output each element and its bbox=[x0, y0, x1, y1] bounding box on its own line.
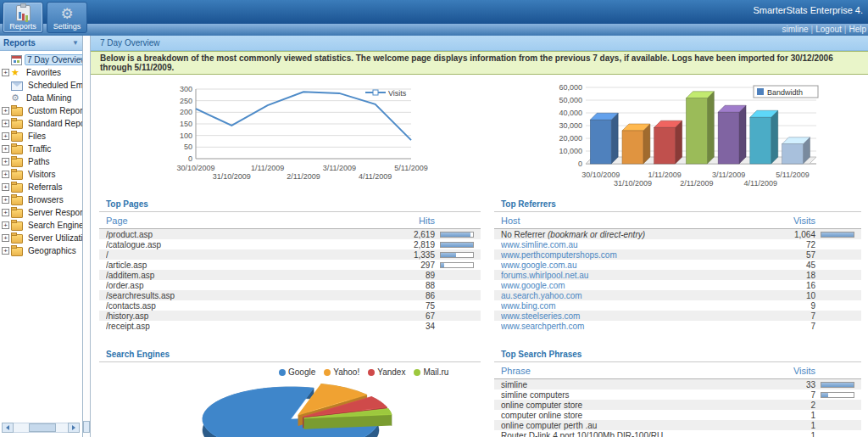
table-row: www.google.com16 bbox=[494, 280, 861, 290]
row-value: 57 bbox=[765, 250, 815, 260]
logout-link[interactable]: Logout bbox=[815, 25, 842, 34]
tab-settings[interactable]: ⚙ Settings bbox=[47, 2, 87, 33]
row-value: 45 bbox=[765, 261, 815, 270]
scroll-right-arrow[interactable] bbox=[68, 423, 80, 433]
sidebar-item-visitors[interactable]: +Visitors bbox=[2, 168, 82, 181]
sidebar-item-traffic[interactable]: +Traffic bbox=[2, 143, 82, 155]
sidebar-item-standard-reports[interactable]: +Standard Reports bbox=[2, 117, 82, 130]
section-title-top-pages: Top Pages bbox=[99, 198, 481, 212]
sidebar-item-7-day-overview[interactable]: 7 Day Overview bbox=[2, 53, 82, 66]
row-link[interactable]: www.steelseries.com bbox=[501, 311, 765, 321]
sidebar-item-search-engines[interactable]: +Search Engines bbox=[2, 219, 82, 232]
row-value: 1 bbox=[765, 411, 815, 420]
row-link[interactable]: forums.whirlpool.net.au bbox=[501, 271, 765, 280]
sidebar-item-custom-reports[interactable]: +Custom Reports bbox=[2, 104, 82, 117]
scrollbar-track[interactable] bbox=[14, 423, 68, 433]
row-link[interactable]: www.perthcomputershops.com bbox=[501, 250, 765, 260]
row-value: 297 bbox=[384, 261, 435, 270]
row-link[interactable]: au.search.yahoo.com bbox=[501, 291, 765, 300]
row-link[interactable]: www.simline.com.au bbox=[501, 240, 765, 249]
expand-icon[interactable]: + bbox=[2, 247, 9, 255]
sidebar-horizontal-scrollbar bbox=[2, 423, 80, 433]
sidebar-item-label: Favorites bbox=[24, 67, 64, 78]
svg-text:250: 250 bbox=[180, 97, 192, 105]
folder-icon bbox=[11, 171, 23, 180]
splitter-grip[interactable] bbox=[83, 421, 90, 433]
scroll-left-arrow[interactable] bbox=[2, 423, 14, 433]
folder-icon bbox=[11, 145, 23, 154]
row-value: 10 bbox=[765, 291, 815, 300]
sidebar-item-data-mining[interactable]: ⚙Data Mining bbox=[2, 92, 82, 104]
column-header-hits: Hits bbox=[384, 216, 435, 226]
sidebar-item-label: Scheduled Email Reports bbox=[25, 80, 83, 91]
expand-icon[interactable]: + bbox=[2, 196, 9, 204]
expand-icon[interactable]: + bbox=[2, 209, 9, 216]
row-label: /order.asp bbox=[106, 281, 384, 290]
visits-line-chart: 05010015020025030030/10/200931/10/20091/… bbox=[165, 79, 492, 184]
sidebar-item-server-utilization[interactable]: +Server Utilization bbox=[2, 232, 82, 244]
sidebar-item-geographics[interactable]: +Geographics bbox=[2, 244, 82, 257]
row-link[interactable]: www.google.com.au bbox=[501, 261, 765, 270]
page-title: 7 Day Overview bbox=[100, 38, 160, 48]
folder-icon bbox=[11, 247, 23, 256]
svg-text:4/11/2009: 4/11/2009 bbox=[744, 179, 777, 188]
svg-text:50,000: 50,000 bbox=[559, 96, 582, 104]
legend-item-yahoo-: Yahoo! bbox=[324, 367, 359, 377]
sidebar-splitter[interactable] bbox=[83, 36, 91, 437]
table-row: /receipt.asp34 bbox=[99, 321, 481, 331]
expand-icon[interactable]: + bbox=[2, 234, 9, 242]
main-nav: Reports ⚙ Settings bbox=[3, 2, 87, 33]
table-row: /history.asp67 bbox=[99, 311, 481, 321]
row-label: computer online store bbox=[501, 411, 765, 420]
sidebar-item-paths[interactable]: +Paths bbox=[2, 155, 82, 168]
expand-icon[interactable]: + bbox=[2, 120, 9, 127]
top-search-phrases-table: simline33simline computers7online comput… bbox=[494, 379, 861, 437]
row-value: 88 bbox=[384, 281, 435, 290]
top-search-phrases-header: Phrase Visits bbox=[494, 362, 861, 379]
expand-icon[interactable]: + bbox=[2, 107, 9, 115]
top-search-phrases-section: Top Search Phrases Phrase Visits simline… bbox=[494, 348, 861, 437]
expand-icon[interactable]: + bbox=[2, 183, 9, 191]
sidebar-item-browsers[interactable]: +Browsers bbox=[2, 193, 82, 206]
svg-text:31/10/2009: 31/10/2009 bbox=[213, 172, 251, 181]
row-link[interactable]: www.bing.com bbox=[501, 301, 765, 311]
row-label: /contacts.asp bbox=[106, 301, 384, 311]
sidebar-item-server-responses[interactable]: +Server Responses bbox=[2, 206, 82, 219]
sidebar-item-label: Browsers bbox=[25, 194, 66, 205]
sidebar-item-favorites[interactable]: +★Favorites bbox=[2, 66, 82, 79]
svg-text:Visits: Visits bbox=[388, 89, 407, 98]
help-link[interactable]: Help bbox=[849, 25, 866, 34]
folder-icon bbox=[11, 132, 23, 142]
row-value: 67 bbox=[384, 311, 435, 321]
page-title-bar: 7 Day Overview bbox=[91, 36, 868, 51]
user-link-account[interactable]: simline bbox=[782, 25, 808, 34]
svg-text:10,000: 10,000 bbox=[559, 147, 582, 155]
row-value: 7 bbox=[765, 311, 815, 321]
row-value: 33 bbox=[765, 380, 815, 389]
expand-icon[interactable]: + bbox=[2, 171, 9, 178]
sidebar-item-files[interactable]: +Files bbox=[2, 130, 82, 143]
expand-icon[interactable]: + bbox=[2, 221, 9, 229]
row-value: 18 bbox=[765, 271, 815, 280]
row-link[interactable]: www.google.com bbox=[501, 281, 765, 290]
section-title-search-engines: Search Engines bbox=[99, 348, 481, 362]
legend-color-dot bbox=[324, 369, 331, 376]
svg-text:50: 50 bbox=[184, 143, 192, 151]
sidebar-item-scheduled-email-reports[interactable]: Scheduled Email Reports bbox=[2, 79, 82, 92]
table-row: www.steelseries.com7 bbox=[494, 311, 861, 321]
svg-text:0: 0 bbox=[188, 154, 192, 163]
expand-icon[interactable]: + bbox=[2, 158, 9, 165]
expand-icon[interactable]: + bbox=[2, 145, 9, 153]
row-label: /product.asp bbox=[106, 230, 384, 239]
expand-icon[interactable]: + bbox=[2, 132, 9, 140]
sidebar-header[interactable]: Reports ▼ bbox=[0, 36, 82, 51]
sidebar-item-referrals[interactable]: +Referrals bbox=[2, 181, 82, 193]
expand-icon[interactable]: + bbox=[2, 69, 9, 76]
tab-reports[interactable]: Reports bbox=[3, 2, 43, 33]
row-link[interactable]: www.searchperth.com bbox=[501, 322, 765, 331]
charts-row: 05010015020025030030/10/200931/10/20091/… bbox=[91, 79, 868, 188]
folder-icon bbox=[11, 120, 23, 129]
row-label: /searchresults.asp bbox=[106, 291, 384, 300]
column-header-host: Host bbox=[501, 216, 765, 226]
scrollbar-thumb[interactable] bbox=[29, 423, 56, 432]
